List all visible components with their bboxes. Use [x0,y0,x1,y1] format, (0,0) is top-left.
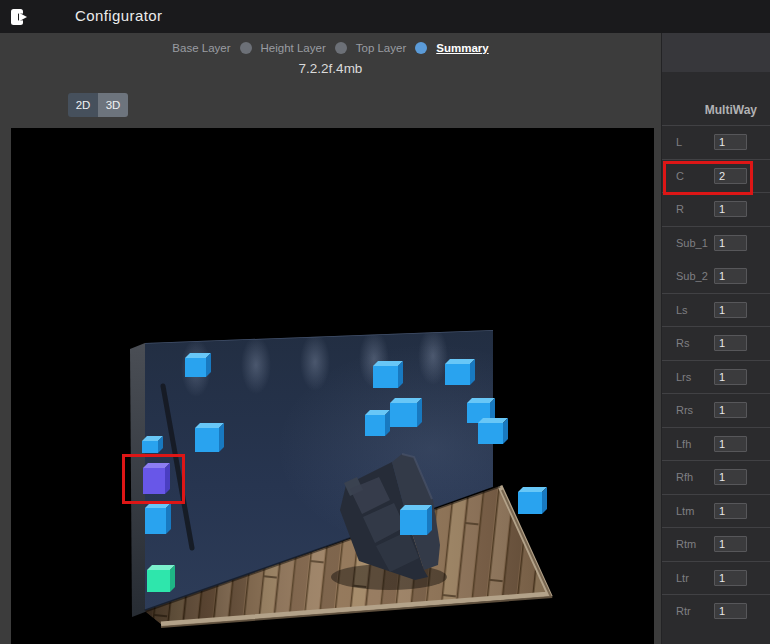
view-mode-toggle: 2D3D [68,93,128,117]
count-input-Ltm[interactable] [714,503,747,519]
count-input-Sub_2[interactable] [714,268,747,284]
count-input-C[interactable] [714,168,747,184]
blue-speaker-cube[interactable] [145,503,171,534]
count-input-Ls[interactable] [714,302,747,318]
configuration-code: 7.2.2f.4mb [0,61,661,76]
row-label-Rtr: Rtr [676,605,691,617]
blue-speaker-cube[interactable] [195,423,224,452]
blue-speaker-cube[interactable] [373,361,403,388]
step-height-layer[interactable]: Height Layer [261,42,326,54]
row-label-Rs: Rs [676,337,689,349]
page-title: Configurator [75,7,162,24]
green-speaker-cube[interactable] [147,565,175,592]
count-input-L[interactable] [714,134,747,150]
speaker-row-Sub_2: Sub_2 [662,259,770,293]
row-label-Sub_1: Sub_1 [676,237,708,249]
blue-speaker-cube[interactable] [390,398,422,427]
speaker-row-Ltr: Ltr [662,561,770,595]
blue-speaker-cube[interactable] [400,505,432,535]
count-input-R[interactable] [714,201,747,217]
speaker-row-C: C [662,159,770,193]
speaker-row-Rs: Rs [662,326,770,360]
step-radio-dot[interactable] [240,42,252,54]
row-label-L: L [676,136,682,148]
count-input-Ltr[interactable] [714,570,747,586]
row-label-Ls: Ls [676,304,688,316]
row-label-Sub_2: Sub_2 [676,270,708,282]
speaker-row-R: R [662,192,770,226]
step-radio-dot[interactable] [335,42,347,54]
row-label-R: R [676,203,684,215]
speaker-row-Ls: Ls [662,293,770,327]
row-label-Rtm: Rtm [676,538,696,550]
row-label-Rfh: Rfh [676,471,693,483]
speaker-row-Lfh: Lfh [662,427,770,461]
blue-speaker-cube[interactable] [185,353,211,377]
room-canvas[interactable] [11,128,654,644]
speaker-count-panel: MultiWay LCRSub_1Sub_2LsRsLrsRrsLfhRfhLt… [661,33,770,644]
row-label-Rrs: Rrs [676,404,693,416]
row-label-Ltr: Ltr [676,572,689,584]
speaker-row-Rtm: Rtm [662,527,770,561]
purple-speaker-cube[interactable] [143,463,170,494]
count-input-Sub_1[interactable] [714,235,747,251]
step-summary[interactable]: Summary [436,42,488,54]
step-top-layer[interactable]: Top Layer [356,42,407,54]
app-logo-icon [10,7,29,27]
row-label-Lrs: Lrs [676,371,691,383]
count-input-Rfh[interactable] [714,469,747,485]
row-label-C: C [676,170,684,182]
speaker-row-Ltm: Ltm [662,494,770,528]
blue-speaker-cube[interactable] [518,487,547,514]
row-label-Lfh: Lfh [676,438,691,450]
count-input-Rtm[interactable] [714,536,747,552]
speaker-row-Rfh: Rfh [662,460,770,494]
count-input-Lfh[interactable] [714,436,747,452]
configurator-app: Configurator Base LayerHeight LayerTop L… [0,0,770,644]
blue-speaker-cube[interactable] [365,410,390,436]
wall-side-edge [130,343,145,617]
blue-speaker-cube[interactable] [445,359,475,385]
top-bar: Configurator [0,0,770,33]
view-toggle-2d[interactable]: 2D [68,93,98,117]
speaker-row-L: L [662,125,770,159]
stepper: Base LayerHeight LayerTop LayerSummary [0,42,661,54]
speaker-row-Rrs: Rrs [662,393,770,427]
speaker-row-Lrs: Lrs [662,360,770,394]
count-input-Rs[interactable] [714,335,747,351]
count-input-Rtr[interactable] [714,603,747,619]
row-label-Ltm: Ltm [676,505,694,517]
count-input-Rrs[interactable] [714,402,747,418]
step-base-layer[interactable]: Base Layer [172,42,230,54]
blue-speaker-cube[interactable] [142,436,163,453]
speaker-row-Sub_1: Sub_1 [662,226,770,260]
step-radio-dot[interactable] [415,42,427,54]
view-toggle-3d[interactable]: 3D [98,93,128,117]
room-scene [11,128,654,644]
sidebar-top-block [662,33,770,72]
multiway-title: MultiWay [705,103,757,117]
blue-speaker-cube[interactable] [478,418,508,444]
sidebar-header: MultiWay [662,72,770,125]
speaker-rows: LCRSub_1Sub_2LsRsLrsRrsLfhRfhLtmRtmLtrRt… [662,125,770,628]
count-input-Lrs[interactable] [714,369,747,385]
speaker-row-Rtr: Rtr [662,594,770,628]
